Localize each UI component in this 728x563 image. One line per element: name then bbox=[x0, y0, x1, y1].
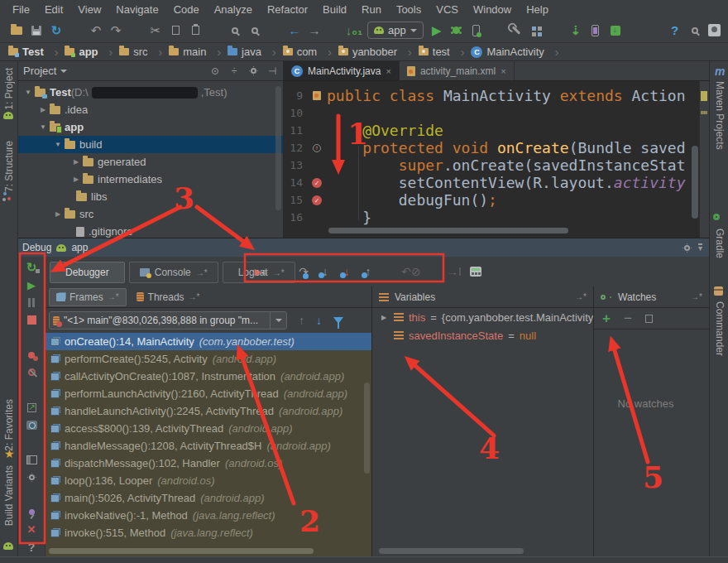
warning-stripe-mark[interactable] bbox=[701, 91, 707, 101]
sep[interactable] bbox=[271, 262, 293, 282]
collapse-all-icon[interactable]: ÷ bbox=[228, 65, 240, 77]
save-all-icon[interactable] bbox=[26, 22, 46, 40]
android-captures-icon[interactable] bbox=[3, 109, 13, 122]
view-breakpoints-icon[interactable] bbox=[22, 347, 41, 363]
screenshot-icon[interactable] bbox=[22, 416, 41, 433]
menu-item[interactable]: Code bbox=[166, 2, 207, 17]
forward-icon[interactable]: → bbox=[304, 22, 324, 40]
thread-selector[interactable]: "<1> main"@830,026,398,888 in group "m..… bbox=[49, 311, 287, 330]
step-over-icon[interactable]: ↷ bbox=[293, 262, 314, 282]
menu-item[interactable]: Help bbox=[519, 2, 556, 17]
code-line[interactable]: 16 } bbox=[284, 209, 709, 226]
sep[interactable] bbox=[22, 434, 41, 450]
resume-icon[interactable]: ▶ bbox=[22, 277, 41, 293]
toolwindow-tab-commander[interactable]: Commander bbox=[714, 301, 726, 356]
editor-tab[interactable]: C MainActivity.java × bbox=[284, 61, 400, 80]
pause-icon[interactable] bbox=[22, 294, 41, 310]
stack-frame-row[interactable]: performLaunchActivity():2160, ActivityTh… bbox=[46, 385, 371, 402]
structure-icon[interactable] bbox=[3, 192, 7, 195]
stack-frame-row[interactable]: loop():136, Looper (android.os) bbox=[46, 472, 371, 489]
sep[interactable] bbox=[22, 382, 41, 398]
sep[interactable] bbox=[379, 262, 400, 282]
sep[interactable] bbox=[22, 330, 41, 346]
force-step-into-icon[interactable]: ↓ bbox=[336, 262, 357, 282]
sep[interactable] bbox=[126, 22, 146, 40]
find-icon[interactable] bbox=[225, 22, 245, 40]
code-line[interactable]: 9 public class MainActivity extends Acti… bbox=[284, 87, 709, 104]
help-icon[interactable]: ? bbox=[665, 22, 685, 40]
mute-breakpoints-icon[interactable] bbox=[22, 364, 41, 381]
step-into-icon[interactable]: ↓ bbox=[314, 262, 336, 282]
menu-item[interactable]: View bbox=[70, 2, 108, 17]
restore-layout-icon[interactable] bbox=[22, 399, 41, 416]
layout-editor-icon[interactable] bbox=[22, 451, 41, 468]
editor-tab[interactable]: activity_main.xml × bbox=[400, 61, 515, 80]
combo-dropdown-button[interactable] bbox=[270, 312, 286, 329]
close-tab-icon[interactable]: × bbox=[500, 66, 505, 76]
variable-row[interactable]: ▶ this = {com.yanbober.test.MainActivity bbox=[372, 308, 593, 326]
sep[interactable] bbox=[265, 22, 285, 40]
debug-session-tab[interactable]: Debugger bbox=[50, 262, 125, 283]
add-watch-icon[interactable]: + bbox=[602, 310, 611, 327]
sep[interactable] bbox=[66, 22, 86, 40]
menu-item[interactable]: Analyze bbox=[207, 2, 260, 17]
code-line[interactable]: 15 debugFun(); bbox=[284, 191, 709, 209]
sep[interactable] bbox=[422, 262, 443, 282]
open-folder-icon[interactable] bbox=[7, 22, 26, 40]
tree-expand-arrow-icon[interactable] bbox=[23, 89, 33, 96]
breadcrumb-item[interactable]: Test bbox=[8, 46, 65, 59]
sep[interactable] bbox=[324, 22, 344, 40]
run-to-cursor-icon[interactable]: →I bbox=[443, 262, 465, 282]
step-out-icon[interactable]: ↑ bbox=[357, 262, 379, 282]
expand-arrow-icon[interactable]: ▶ bbox=[379, 314, 389, 321]
breadcrumb-item[interactable]: app bbox=[65, 46, 119, 59]
help-icon[interactable]: ? bbox=[22, 539, 41, 556]
toolwindow-tab-favorites[interactable]: 2: Favorites bbox=[3, 399, 15, 451]
sync-icon[interactable]: ↻ bbox=[46, 22, 66, 40]
menu-item[interactable]: Run bbox=[354, 2, 389, 17]
stack-frame-row[interactable]: handleMessage():1208, ActivityThread$H (… bbox=[46, 437, 371, 455]
stack-frame-row[interactable]: dispatchMessage():102, Handler (android.… bbox=[46, 455, 371, 472]
project-tree-row[interactable]: .gitignore bbox=[18, 223, 283, 238]
sep[interactable] bbox=[486, 22, 506, 40]
warning-stripe-mark[interactable] bbox=[701, 111, 707, 114]
project-tree-row[interactable]: .idea bbox=[18, 101, 283, 118]
menu-item[interactable]: Tools bbox=[389, 2, 429, 17]
project-tree-row[interactable]: app bbox=[18, 118, 283, 136]
project-tree-row[interactable]: libs bbox=[18, 188, 283, 205]
tree-expand-arrow-icon[interactable] bbox=[53, 141, 63, 148]
stack-frame-row[interactable]: handleLaunchActivity():2245, ActivityThr… bbox=[46, 402, 371, 420]
tree-expand-arrow-icon[interactable] bbox=[53, 210, 63, 218]
toolwindow-tab-build-variants[interactable]: Build Variants bbox=[3, 465, 15, 526]
tree-expand-arrow-icon[interactable] bbox=[71, 158, 81, 166]
stack-frame-row[interactable]: access$800():139, ActivityThread (androi… bbox=[46, 420, 371, 437]
avd-manager-icon[interactable] bbox=[586, 22, 606, 40]
gutter-icon[interactable] bbox=[307, 91, 327, 100]
project-tree-row[interactable]: intermediates bbox=[18, 171, 283, 188]
project-tree-row[interactable]: build bbox=[18, 136, 283, 153]
sep[interactable] bbox=[546, 22, 566, 40]
redo-icon[interactable]: ↷ bbox=[106, 22, 126, 40]
debug-session-tab[interactable]: Console →* bbox=[129, 262, 218, 283]
next-frame-icon[interactable]: ↓ bbox=[316, 314, 322, 327]
sep[interactable] bbox=[645, 22, 665, 40]
back-icon[interactable]: ← bbox=[285, 22, 304, 40]
stack-frame-row[interactable]: performCreate():5245, Activity (android.… bbox=[46, 350, 371, 368]
drop-frame-icon[interactable]: ↶⊘ bbox=[400, 262, 422, 282]
settings-gear-icon[interactable] bbox=[684, 245, 690, 251]
code-area[interactable]: 9 public class MainActivity extends Acti… bbox=[284, 81, 709, 238]
search-everywhere-icon[interactable] bbox=[685, 22, 705, 40]
frames-hscrollbar[interactable] bbox=[49, 548, 314, 554]
menu-item[interactable]: VCS bbox=[429, 2, 466, 17]
gutter-icon[interactable] bbox=[307, 144, 327, 152]
variable-row[interactable]: savedInstanceState = null bbox=[372, 326, 593, 344]
previous-frame-icon[interactable]: ↑ bbox=[299, 314, 304, 327]
editor-vscrollbar[interactable] bbox=[692, 146, 698, 219]
sync-project-icon[interactable]: ⇣ bbox=[566, 22, 586, 40]
close-icon[interactable]: ✕ bbox=[22, 522, 41, 538]
scroll-from-source-icon[interactable] bbox=[209, 65, 221, 77]
project-panel-title[interactable]: Project bbox=[23, 65, 56, 77]
user-icon[interactable] bbox=[705, 22, 725, 40]
breadcrumb-item[interactable]: com bbox=[283, 46, 338, 59]
filter-frames-icon[interactable] bbox=[333, 317, 343, 324]
